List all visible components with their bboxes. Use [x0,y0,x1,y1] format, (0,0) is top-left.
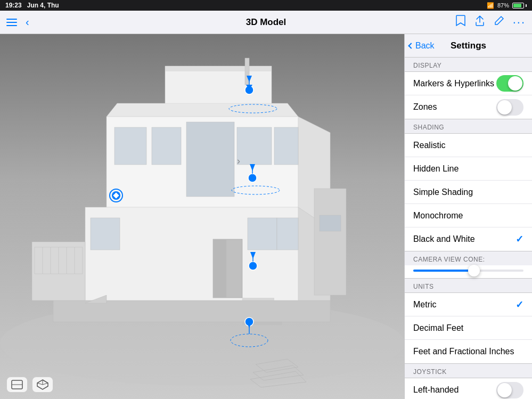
camera-slider-thumb[interactable] [468,265,480,276]
svg-rect-16 [213,239,226,298]
realistic-row[interactable]: Realistic [405,134,532,157]
svg-rect-24 [53,300,330,322]
bottom-controls [6,377,53,393]
decimal-feet-label: Decimal Feet [413,323,463,333]
joystick-group: Left-handed [405,378,532,399]
left-handed-row[interactable]: Left-handed [405,378,532,399]
markers-hyperlinks-label: Markers & Hyperlinks [413,79,494,88]
camera-slider-container [405,265,532,279]
pencil-button[interactable] [494,15,504,29]
feet-fractional-inches-row[interactable]: Feet and Fractional Inches [405,340,532,363]
svg-rect-10 [152,127,181,165]
svg-rect-35 [245,58,249,85]
decimal-feet-row[interactable]: Decimal Feet [405,316,532,340]
svg-rect-14 [91,218,120,250]
shading-group: Realistic Hidden Line Simple Shading Mon… [405,133,532,251]
svg-point-41 [248,174,257,182]
camera-slider-fill [413,270,474,272]
markers-hyperlinks-row[interactable]: Markers & Hyperlinks [405,72,532,95]
settings-header: Back Settings [405,34,532,58]
svg-rect-3 [165,66,272,71]
svg-rect-33 [314,189,346,295]
black-and-white-label: Black and White [413,234,475,244]
svg-rect-12 [237,127,272,165]
units-section-header: UNITS [405,279,532,292]
svg-rect-13 [274,127,298,165]
shading-section-header: SHADING [405,119,532,133]
svg-line-63 [43,383,48,385]
floor-plan-button[interactable] [6,377,28,393]
svg-text:›: › [237,156,240,166]
back-nav-button[interactable]: ‹ [26,16,29,28]
monochrome-label: Monochrome [413,211,463,221]
time: 19:23 [5,2,22,9]
more-button[interactable]: ··· [513,15,526,29]
left-handed-label: Left-handed [413,385,459,395]
model-view[interactable]: › [0,34,404,399]
hidden-line-label: Hidden Line [413,164,459,174]
battery-percent: 87% [497,2,509,9]
wifi-icon: 📶 [487,2,494,9]
toggle-knob-left-handed [497,383,512,397]
metric-check: ✓ [515,299,523,311]
svg-line-64 [37,383,43,385]
toggle-knob [508,76,522,91]
svg-point-45 [249,262,257,270]
realistic-label: Realistic [413,141,445,150]
monochrome-row[interactable]: Monochrome [405,204,532,227]
date: Jun 4, Thu [27,2,59,9]
display-group: Markers & Hyperlinks Zones [405,71,532,119]
left-handed-toggle[interactable] [496,382,523,398]
zones-label: Zones [413,102,437,112]
metric-label: Metric [413,300,437,310]
markers-hyperlinks-toggle[interactable] [496,75,523,92]
zones-toggle[interactable] [496,99,523,116]
feet-fractional-inches-label: Feet and Fractional Inches [413,347,514,356]
status-bar: 19:23 Jun 4, Thu 📶 87% [0,0,532,11]
black-and-white-check: ✓ [515,233,523,245]
svg-rect-17 [248,218,277,250]
hidden-line-row[interactable]: Hidden Line [405,157,532,181]
svg-rect-34 [320,215,341,231]
display-section-header: DISPLAY [405,58,532,71]
metric-row[interactable]: Metric ✓ [405,293,532,316]
bookmark-button[interactable] [455,14,466,30]
toggle-knob-zones [497,100,512,115]
settings-title: Settings [451,40,486,51]
svg-rect-9 [114,127,146,165]
camera-slider-track[interactable] [413,270,523,272]
main-content: › [0,34,532,399]
zones-row[interactable]: Zones [405,95,532,119]
settings-panel: Back Settings DISPLAY Markers & Hyperlin… [404,34,532,399]
toolbar: ‹ 3D Model ··· [0,11,532,34]
toolbar-title: 3D Model [246,17,287,28]
back-button[interactable]: Back [409,41,435,51]
units-group: Metric ✓ Decimal Feet Feet and Fractiona… [405,292,532,364]
joystick-section-header: JOYSTICK [405,364,532,378]
svg-rect-18 [277,218,298,250]
share-button[interactable] [474,15,485,29]
simple-shading-label: Simple Shading [413,188,473,197]
svg-rect-11 [186,122,234,197]
black-and-white-row[interactable]: Black and White ✓ [405,227,532,251]
3d-view-button[interactable] [32,377,53,393]
battery-icon [512,3,527,9]
simple-shading-row[interactable]: Simple Shading [405,181,532,204]
menu-button[interactable] [6,19,17,26]
camera-section-header: CAMERA VIEW CONE: [405,251,532,265]
